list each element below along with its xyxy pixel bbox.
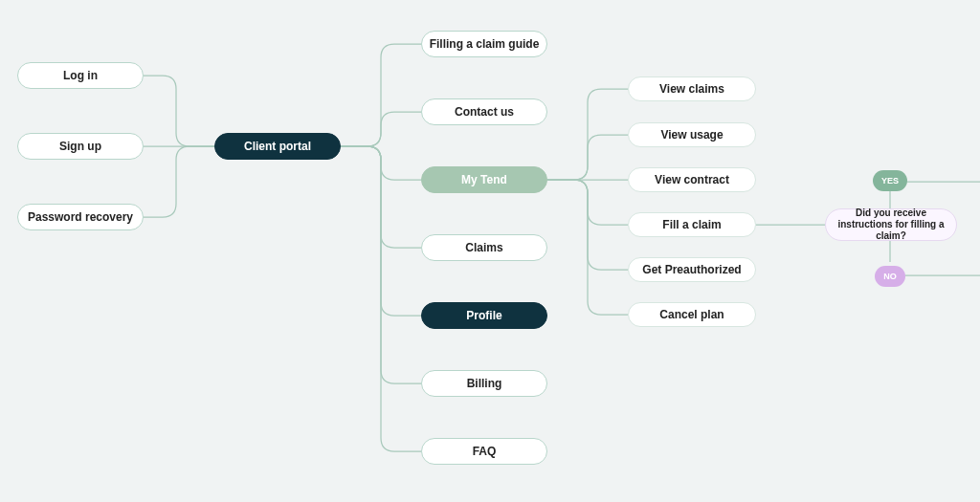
node-label: Fill a claim bbox=[662, 218, 721, 231]
node-label: Filling a claim guide bbox=[430, 37, 540, 51]
node-label: Password recovery bbox=[28, 210, 133, 224]
node-label: Get Preauthorized bbox=[642, 263, 741, 276]
node-label: Billing bbox=[467, 377, 502, 390]
node-label: Claims bbox=[465, 241, 502, 254]
node-view-usage[interactable]: View usage bbox=[628, 122, 756, 147]
node-label: My Tend bbox=[461, 173, 507, 186]
node-signup[interactable]: Sign up bbox=[17, 133, 144, 160]
node-view-contract[interactable]: View contract bbox=[628, 167, 756, 192]
node-contact-us[interactable]: Contact us bbox=[421, 98, 547, 125]
decision-no[interactable]: NO bbox=[875, 266, 905, 287]
decision-yes[interactable]: YES bbox=[873, 170, 907, 191]
node-fill-claim[interactable]: Fill a claim bbox=[628, 212, 756, 237]
node-label: Cancel plan bbox=[659, 308, 724, 321]
node-claims[interactable]: Claims bbox=[421, 234, 547, 261]
decision-label: Did you receive instructions for filling… bbox=[835, 207, 947, 242]
node-billing[interactable]: Billing bbox=[421, 370, 547, 397]
node-label: View contract bbox=[655, 173, 729, 186]
node-label: FAQ bbox=[473, 445, 497, 458]
node-cancel-plan[interactable]: Cancel plan bbox=[628, 302, 756, 327]
decision-instructions[interactable]: Did you receive instructions for filling… bbox=[825, 208, 957, 241]
node-client-portal[interactable]: Client portal bbox=[214, 133, 341, 160]
node-password-recovery[interactable]: Password recovery bbox=[17, 204, 144, 230]
node-label: View claims bbox=[659, 82, 724, 96]
node-login[interactable]: Log in bbox=[17, 62, 144, 89]
node-claim-guide[interactable]: Filling a claim guide bbox=[421, 31, 547, 57]
node-label: Contact us bbox=[455, 105, 514, 119]
node-view-claims[interactable]: View claims bbox=[628, 76, 756, 101]
node-profile[interactable]: Profile bbox=[421, 302, 547, 329]
decision-no-label: NO bbox=[883, 272, 897, 281]
node-label: View usage bbox=[660, 128, 723, 142]
decision-yes-label: YES bbox=[881, 176, 899, 186]
node-label: Log in bbox=[63, 69, 98, 82]
node-my-tend[interactable]: My Tend bbox=[421, 166, 547, 193]
node-get-preauthorized[interactable]: Get Preauthorized bbox=[628, 257, 756, 282]
node-label: Client portal bbox=[244, 140, 311, 153]
node-faq[interactable]: FAQ bbox=[421, 438, 547, 465]
node-label: Profile bbox=[466, 309, 501, 322]
node-label: Sign up bbox=[59, 140, 101, 153]
